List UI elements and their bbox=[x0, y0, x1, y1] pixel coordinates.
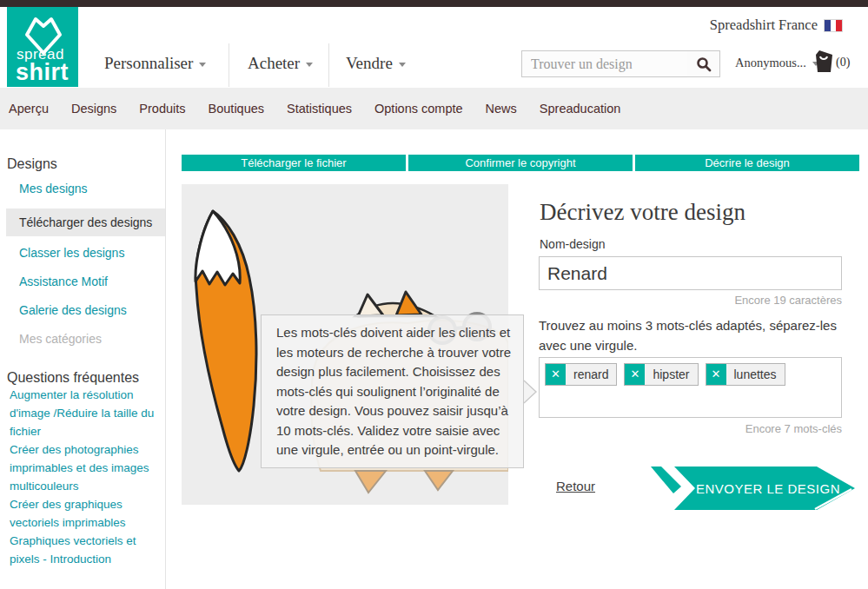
keyword-label: renard bbox=[566, 364, 616, 385]
region-selector[interactable]: Spreadshirt France bbox=[710, 17, 843, 34]
sidebar-faq-heading: Questions fréquentes bbox=[7, 370, 139, 386]
sidebar-item-classer-les-designs[interactable]: Classer les designs bbox=[19, 246, 124, 260]
sidebar-item-mes-designs[interactable]: Mes designs bbox=[19, 182, 88, 195]
france-flag-icon bbox=[824, 19, 843, 32]
keyword-tag: ✕ hipster bbox=[624, 363, 698, 386]
page-title: Décrivez votre design bbox=[540, 199, 745, 226]
keyword-label: hipster bbox=[645, 364, 697, 385]
cart-count: (0) bbox=[836, 56, 850, 69]
chevron-down-icon bbox=[199, 63, 206, 67]
sidebar-divider bbox=[165, 129, 166, 589]
page: spread shirt Personnaliser Acheter Vendr… bbox=[0, 0, 868, 589]
sidebar-item-galerie-des-designs[interactable]: Galerie des designs bbox=[19, 303, 127, 317]
top-dark-bar bbox=[0, 0, 868, 7]
keywords-counter: Encore 7 mots-clés bbox=[540, 422, 842, 435]
chevron-down-icon bbox=[306, 63, 313, 67]
region-label: Spreadshirt France bbox=[710, 17, 818, 34]
upload-progress-steps: Télécharger le fichier Confirmer le copy… bbox=[182, 155, 859, 171]
remove-keyword-icon[interactable]: ✕ bbox=[625, 364, 645, 385]
subnav-boutiques[interactable]: Boutiques bbox=[209, 102, 265, 116]
keyword-tag: ✕ renard bbox=[545, 363, 617, 386]
search-icon bbox=[696, 56, 712, 72]
subnav-apercu[interactable]: Aperçu bbox=[9, 102, 49, 116]
faq-link-pixels-intro[interactable]: Graphiques vectoriels et pixels - Introd… bbox=[10, 532, 159, 568]
search-input[interactable] bbox=[521, 50, 688, 77]
faq-links: Augmenter la résolution d'image /Réduire… bbox=[10, 386, 159, 568]
design-name-input[interactable] bbox=[539, 256, 842, 290]
remove-keyword-icon[interactable]: ✕ bbox=[706, 364, 726, 385]
sidebar-item-mes-categories: Mes catégories bbox=[19, 332, 102, 346]
keywords-input-box[interactable]: ✕ renard ✕ hipster ✕ lunettes bbox=[539, 357, 842, 418]
step-decrire-le-design[interactable]: Décrire le design bbox=[635, 155, 859, 171]
account-menu[interactable]: Anonymous... bbox=[735, 56, 819, 70]
search-button[interactable] bbox=[687, 50, 720, 77]
nav-divider bbox=[328, 43, 329, 87]
submit-button-label: ENVOYER LE DESIGN bbox=[695, 466, 841, 511]
step-telecharger-le-fichier[interactable]: Télécharger le fichier bbox=[182, 155, 406, 171]
back-link[interactable]: Retour bbox=[556, 479, 595, 493]
subnav-statistiques[interactable]: Statistiques bbox=[287, 102, 352, 116]
tooltip-text: Les mots-clés doivent aider les clients … bbox=[276, 325, 511, 457]
subnav-designs[interactable]: Designs bbox=[71, 102, 116, 116]
faq-link-photographies[interactable]: Créer des photographies imprimables et d… bbox=[10, 440, 159, 495]
name-chars-counter: Encore 19 caractères bbox=[540, 294, 842, 307]
nav-acheter[interactable]: Acheter bbox=[248, 54, 313, 73]
submit-design-button[interactable]: ENVOYER LE DESIGN bbox=[646, 466, 857, 511]
remove-keyword-icon[interactable]: ✕ bbox=[546, 364, 566, 385]
subnav-spreaducation[interactable]: Spreaducation bbox=[540, 102, 621, 116]
keyword-label: lunettes bbox=[726, 364, 785, 385]
subnav-news[interactable]: News bbox=[486, 102, 517, 116]
nav-vendre[interactable]: Vendre bbox=[346, 54, 406, 73]
sidebar-designs-heading: Designs bbox=[7, 156, 57, 172]
nav-personnaliser[interactable]: Personnaliser bbox=[104, 54, 206, 73]
logo-text-shirt: shirt bbox=[16, 59, 69, 86]
step-confirmer-le-copyright[interactable]: Confirmer le copyright bbox=[408, 155, 633, 171]
spreadshirt-logo[interactable]: spread shirt bbox=[7, 7, 78, 87]
cart-button[interactable] bbox=[813, 49, 835, 77]
subnav-produits[interactable]: Produits bbox=[139, 102, 185, 116]
design-name-label: Nom-design bbox=[540, 237, 605, 251]
nav-divider bbox=[229, 43, 229, 87]
keywords-help-tooltip: Les mots-clés doivent aider les clients … bbox=[261, 314, 524, 468]
sidebar-item-telecharger-des-designs[interactable]: Télécharger des designs bbox=[6, 208, 165, 236]
subnav-options-compte[interactable]: Options compte bbox=[374, 102, 463, 116]
faq-link-vectoriels[interactable]: Créer des graphiques vectoriels imprimab… bbox=[10, 495, 159, 532]
faq-link-resolution[interactable]: Augmenter la résolution d'image /Réduire… bbox=[10, 386, 159, 440]
shopping-bag-icon bbox=[813, 49, 835, 74]
tooltip-arrow-icon bbox=[523, 379, 539, 405]
account-subnav: Aperçu Designs Produits Boutiques Statis… bbox=[0, 88, 868, 129]
keywords-hint: Trouvez au moins 3 mots-clés adaptés, sé… bbox=[539, 315, 845, 355]
keyword-tag: ✕ lunettes bbox=[706, 363, 785, 386]
chevron-down-icon bbox=[399, 63, 406, 67]
sidebar-item-assistance-motif[interactable]: Assistance Motif bbox=[19, 275, 108, 288]
